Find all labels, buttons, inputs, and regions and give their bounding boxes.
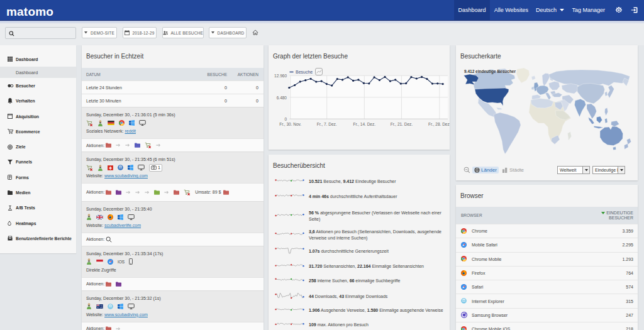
- svg-text:Fr., 28. Dez.: Fr., 28. Dez.: [428, 122, 450, 126]
- svg-text:0: 0: [284, 117, 287, 121]
- svg-text:6.480: 6.480: [277, 96, 287, 100]
- svg-text:Fr., 21. Dez.: Fr., 21. Dez.: [391, 122, 413, 126]
- svg-text:Fr., 14. Dez.: Fr., 14. Dez.: [353, 122, 376, 126]
- svg-text:Besuche: Besuche: [296, 70, 313, 74]
- svg-text:Fr., 30. Nov.: Fr., 30. Nov.: [279, 122, 301, 126]
- svg-text:Fr., 7. Dez.: Fr., 7. Dez.: [317, 122, 337, 126]
- svg-text:12.960: 12.960: [274, 74, 287, 78]
